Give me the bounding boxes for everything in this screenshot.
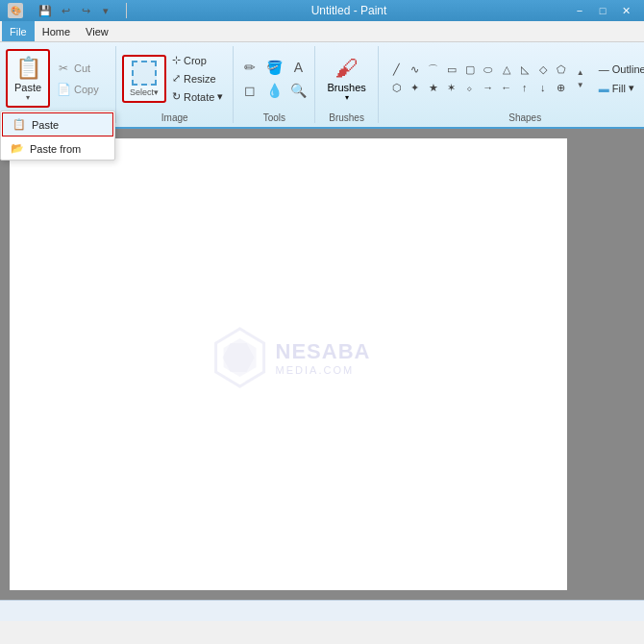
menu-file[interactable]: File — [2, 21, 35, 41]
shape-arrow-r[interactable]: → — [480, 79, 497, 96]
image-label: Image — [161, 111, 188, 123]
quick-access-toolbar: 💾 ↩ ↪ ▾ — [33, 2, 118, 19]
paste-button[interactable]: 📋 Paste ▾ — [6, 49, 50, 108]
tools-content: ✏ 🪣 A ◻ 💧 🔍 — [239, 46, 309, 111]
shape-arrow-l[interactable]: ← — [498, 79, 515, 96]
canvas-area[interactable]: NESABA MEDIA.COM — [0, 129, 644, 600]
app-icon: 🎨 — [8, 3, 23, 18]
cut-copy-col: ✂ Cut 📄 Copy — [52, 59, 110, 99]
maximize-btn[interactable]: □ — [592, 3, 613, 18]
save-quick-btn[interactable]: 💾 — [37, 2, 54, 19]
shape-arrow-u[interactable]: ↑ — [516, 79, 533, 96]
tools-label: Tools — [263, 111, 285, 123]
cut-label: Cut — [74, 62, 90, 74]
paste-from-icon: 📂 — [11, 142, 24, 155]
shape-rounded[interactable]: ⬦ — [461, 79, 479, 96]
paste-menu-icon: 📋 — [12, 118, 26, 131]
menu-bar: File Home View — [0, 21, 644, 42]
shapes-scroll-down[interactable]: ▼ — [574, 79, 587, 90]
outline-fill-col: — Outline ▾ ▬ Fill ▾ — [591, 61, 644, 96]
select-arrow: ▾ — [154, 87, 159, 97]
canvas[interactable]: NESABA MEDIA.COM — [10, 138, 567, 590]
undo-quick-btn[interactable]: ↩ — [57, 2, 74, 19]
shape-star6[interactable]: ✶ — [443, 79, 460, 96]
brushes-label: Brushes — [327, 82, 365, 93]
crop-label: Crop — [184, 55, 207, 66]
title-bar: 🎨 💾 ↩ ↪ ▾ Untitled - Paint − □ ✕ — [0, 0, 644, 21]
copy-button[interactable]: 📄 Copy — [52, 80, 110, 99]
menu-view[interactable]: View — [78, 21, 116, 41]
fill-label: Fill — [612, 83, 626, 94]
svg-marker-2 — [223, 343, 255, 372]
paste-dropdown-arrow[interactable]: ▾ — [26, 93, 30, 102]
watermark-logo: NESABA MEDIA.COM — [207, 324, 371, 391]
rotate-arrow: ▾ — [217, 90, 223, 103]
paste-from-menu-item[interactable]: 📂 Paste from — [1, 137, 114, 160]
shapes-scroll-up[interactable]: ▲ — [574, 66, 587, 78]
paste-label: Paste — [14, 82, 41, 93]
watermark-main-text: NESABA — [276, 339, 371, 364]
rotate-label: Rotate — [184, 91, 214, 103]
fill-arrow: ▾ — [629, 82, 634, 94]
shape-pentagon[interactable]: ⬠ — [553, 61, 570, 78]
redo-quick-btn[interactable]: ↪ — [77, 2, 94, 19]
shape-star4[interactable]: ✦ — [407, 79, 424, 96]
select-wrap: Select ▾ — [122, 55, 166, 103]
resize-label: Resize — [184, 73, 216, 85]
shapes-grid: ╱ ∿ ⌒ ▭ ▢ ⬭ △ ◺ ◇ ⬠ ⬡ ✦ ★ ✶ ⬦ → — [388, 61, 570, 96]
minimize-btn[interactable]: − — [569, 3, 590, 18]
resize-button[interactable]: ⤢ Resize — [168, 70, 227, 87]
outline-icon: — — [599, 63, 609, 75]
shapes-scroll: ▲ ▼ — [574, 66, 587, 90]
zoom-tool[interactable]: 🔍 — [287, 80, 309, 101]
shape-star5[interactable]: ★ — [425, 79, 442, 96]
brushes-content: 🖌 Brushes ▾ — [321, 46, 371, 111]
image-content: Select ▾ ⊹ Crop ⤢ Resize ↻ Rotate ▾ — [122, 46, 227, 111]
select-button[interactable]: Select ▾ — [122, 55, 166, 103]
shape-triangle[interactable]: △ — [498, 61, 515, 78]
brushes-group: 🖌 Brushes ▾ Brushes — [315, 46, 378, 123]
pencil-tool[interactable]: ✏ — [239, 57, 260, 78]
paste-menu-label: Paste — [32, 119, 59, 131]
outline-button[interactable]: — Outline ▾ — [595, 61, 644, 77]
eraser-tool[interactable]: ◻ — [239, 80, 260, 101]
outline-label: Outline — [612, 63, 644, 75]
rotate-button[interactable]: ↻ Rotate ▾ — [168, 88, 227, 105]
shapes-label: Shapes — [508, 111, 541, 123]
shape-rect[interactable]: ▭ — [443, 61, 460, 78]
shape-curve[interactable]: ∿ — [407, 61, 424, 78]
eyedropper-tool[interactable]: 💧 — [263, 80, 285, 101]
fill-tool[interactable]: 🪣 — [263, 57, 285, 78]
tools-row-2: ◻ 💧 🔍 — [239, 80, 309, 101]
cut-button[interactable]: ✂ Cut — [52, 59, 110, 78]
title-divider — [126, 3, 127, 18]
shape-right-tri[interactable]: ◺ — [516, 61, 533, 78]
rotate-icon: ↻ — [172, 90, 181, 103]
resize-icon: ⤢ — [172, 72, 181, 85]
qa-dropdown-btn[interactable]: ▾ — [97, 2, 114, 19]
image-actions-col: ⊹ Crop ⤢ Resize ↻ Rotate ▾ — [168, 52, 227, 105]
shape-more[interactable]: ⊕ — [553, 79, 570, 96]
shape-hexagon[interactable]: ⬡ — [388, 79, 406, 96]
image-group: Select ▾ ⊹ Crop ⤢ Resize ↻ Rotate ▾ — [116, 46, 234, 123]
paste-menu-item[interactable]: 📋 Paste — [2, 112, 113, 136]
fill-button[interactable]: ▬ Fill ▾ — [595, 80, 644, 96]
text-tool[interactable]: A — [287, 57, 309, 78]
crop-button[interactable]: ⊹ Crop — [168, 52, 227, 68]
shape-arrow-d[interactable]: ↓ — [534, 79, 552, 96]
shape-ellipse[interactable]: ⬭ — [480, 61, 497, 78]
close-btn[interactable]: ✕ — [615, 3, 636, 18]
title-bar-icons: 🎨 — [8, 3, 23, 18]
shape-line[interactable]: ╱ — [388, 61, 406, 78]
select-label: Select — [130, 87, 154, 97]
watermark: NESABA MEDIA.COM — [207, 324, 371, 391]
shape-freeform[interactable]: ⌒ — [425, 61, 442, 78]
shape-diamond[interactable]: ◇ — [534, 61, 552, 78]
shapes-content: ╱ ∿ ⌒ ▭ ▢ ⬭ △ ◺ ◇ ⬠ ⬡ ✦ ★ ✶ ⬦ → — [384, 46, 644, 111]
fill-icon: ▬ — [599, 83, 609, 94]
brushes-button[interactable]: 🖌 Brushes ▾ — [321, 51, 371, 106]
svg-marker-1 — [224, 338, 257, 377]
clipboard-content: 📋 Paste ▾ ✂ Cut 📄 Copy — [6, 46, 110, 111]
shape-rounded-rect[interactable]: ▢ — [461, 61, 479, 78]
menu-home[interactable]: Home — [35, 21, 78, 41]
